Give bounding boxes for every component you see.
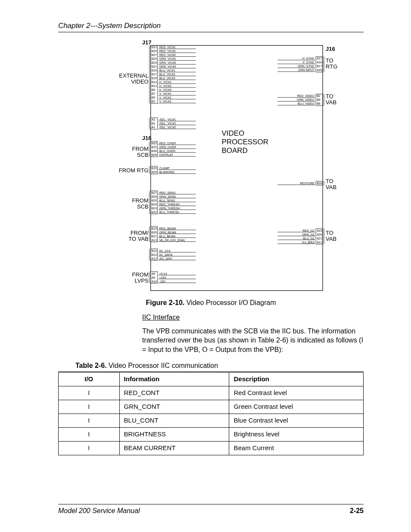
figure-diagram: VIDEO PROCESSOR BOARD J17 EXTERNAL VIDEO… — [58, 39, 364, 297]
svg-text:RTG: RTG — [326, 63, 337, 70]
svg-text:B3: B3 — [152, 100, 156, 103]
svg-text:-15V: -15V — [159, 280, 166, 283]
svg-text:B23: B23 — [152, 207, 157, 210]
svg-text:TO: TO — [326, 230, 333, 236]
table-row: IGRN_CONTGreen Contrast level — [59, 400, 364, 414]
svg-text:CLAMP: CLAMP — [159, 167, 170, 170]
svg-text:B31: B31 — [152, 146, 157, 149]
svg-text:B5: B5 — [152, 96, 156, 99]
svg-text:B32: B32 — [152, 142, 157, 145]
svg-text:B15: B15 — [152, 171, 157, 174]
svg-text:SCB: SCB — [137, 203, 149, 210]
svg-text:B27: B27 — [152, 53, 157, 56]
svg-text:B16: B16 — [317, 182, 322, 185]
svg-text:B23: B23 — [152, 61, 157, 64]
svg-text:B22: B22 — [152, 211, 157, 214]
svg-text:SCB: SCB — [137, 152, 149, 158]
svg-text:A9: A9 — [152, 276, 156, 279]
table-header-row: I/O Information Description — [59, 372, 364, 386]
svg-text:A12: A12 — [152, 257, 157, 260]
svg-text:OVERLAY: OVERLAY — [159, 153, 174, 156]
svg-text:B21: B21 — [152, 235, 157, 238]
svg-text:B19: B19 — [152, 69, 157, 72]
table-row: IBEAM CURRENTBeam Current — [59, 442, 364, 455]
svg-text:VAB: VAB — [326, 236, 336, 242]
svg-text:A13: A13 — [152, 239, 157, 242]
svg-text:GRN INPUT: GRN INPUT — [298, 68, 315, 72]
svg-text:B25: B25 — [152, 57, 157, 60]
svg-text:B20: B20 — [152, 231, 157, 234]
svg-text:B11: B11 — [152, 84, 157, 87]
svg-text:VIDEO: VIDEO — [131, 78, 148, 85]
svg-text:B15: B15 — [152, 167, 157, 170]
svg-text:TO: TO — [326, 93, 333, 100]
svg-text:TO: TO — [326, 57, 333, 64]
svg-text:B13: B13 — [152, 81, 157, 84]
svg-text:B25: B25 — [152, 199, 157, 202]
footer-page: 2-25 — [350, 507, 364, 515]
svg-text:B17: B17 — [152, 73, 157, 76]
svg-text:B7: B7 — [152, 92, 156, 95]
svg-text:BOARD: BOARD — [221, 146, 247, 155]
svg-text:B24: B24 — [152, 203, 157, 206]
iic-interface-heading: IIC Interface — [142, 313, 364, 322]
svg-text:A21: A21 — [317, 237, 322, 240]
svg-text:TO: TO — [326, 178, 333, 184]
svg-text:B19: B19 — [152, 227, 157, 230]
iic-interface-body: The VPB communicates with the SCB via th… — [142, 327, 364, 355]
page-footer: Model 200 Service Manual 2-25 — [58, 504, 364, 515]
svg-text:B30: B30 — [152, 149, 157, 152]
svg-text:A8: A8 — [152, 272, 156, 275]
svg-text:B4: B4 — [317, 98, 321, 101]
svg-text:A11: A11 — [317, 241, 322, 244]
svg-text:BLANKING: BLANKING — [159, 171, 174, 174]
th-desc: Description — [229, 372, 364, 386]
svg-text:B29: B29 — [152, 50, 157, 53]
table-row: IRED_CONTRed Contrast level — [59, 386, 364, 400]
svg-text:B15: B15 — [152, 77, 157, 80]
svg-text:RESTORE: RESTORE — [300, 182, 315, 185]
svg-text:A28: A28 — [317, 68, 322, 72]
table-caption: Table 2-6. Video Processor IIC communica… — [75, 362, 364, 370]
svg-text:+15V: +15V — [159, 276, 167, 279]
svg-text:B13: B13 — [152, 253, 157, 256]
svg-rect-0 — [151, 45, 323, 290]
svg-text:VAB: VAB — [326, 184, 336, 190]
svg-text:A19: A19 — [317, 229, 322, 232]
svg-text:A10: A10 — [152, 280, 157, 283]
svg-text:B2: B2 — [317, 94, 321, 97]
th-io: I/O — [59, 372, 120, 386]
svg-text:PROCESSOR: PROCESSOR — [221, 138, 268, 146]
svg-text:B12: B12 — [152, 249, 157, 252]
svg-text:FROM: FROM — [132, 197, 149, 204]
svg-text:LVPS: LVPS — [135, 277, 149, 284]
svg-text:B1: B1 — [152, 122, 156, 125]
iic-table: I/O Information Description IRED_CONTRed… — [58, 371, 364, 455]
svg-text:B17: B17 — [317, 65, 322, 68]
th-info: Information — [119, 372, 229, 386]
svg-text:A20: A20 — [317, 233, 322, 236]
svg-text:A2: A2 — [152, 118, 156, 121]
svg-text:EXTERNAL: EXTERNAL — [119, 72, 148, 79]
svg-text:J16: J16 — [326, 46, 335, 52]
svg-text:FROM: FROM — [132, 146, 149, 152]
svg-text:B6: B6 — [317, 102, 321, 105]
svg-text:B31: B31 — [152, 46, 157, 49]
table-row: IBRIGHTNESSBrightness level — [59, 428, 364, 442]
svg-text:A16: A16 — [317, 61, 322, 64]
svg-text:VAB: VAB — [326, 99, 336, 106]
svg-text:FROM RTG: FROM RTG — [119, 167, 149, 174]
figure-caption: Figure 2-10. Video Processor I/O Diagram — [58, 299, 364, 307]
svg-text:FROM/: FROM/ — [131, 230, 149, 236]
svg-text:A1: A1 — [152, 126, 156, 129]
svg-text:+5.1V: +5.1V — [159, 272, 168, 275]
svg-text:B21: B21 — [152, 65, 157, 68]
svg-text:J17: J17 — [142, 39, 152, 46]
table-row: IBLU_CONTBlue Contrast level — [59, 414, 364, 428]
svg-text:B9: B9 — [152, 88, 156, 91]
svg-text:J16: J16 — [142, 135, 152, 141]
svg-text:B26: B26 — [152, 195, 157, 198]
chapter-header: Chapter 2---System Description — [58, 22, 364, 32]
svg-text:B29: B29 — [152, 153, 157, 156]
svg-text:B27: B27 — [152, 191, 157, 194]
